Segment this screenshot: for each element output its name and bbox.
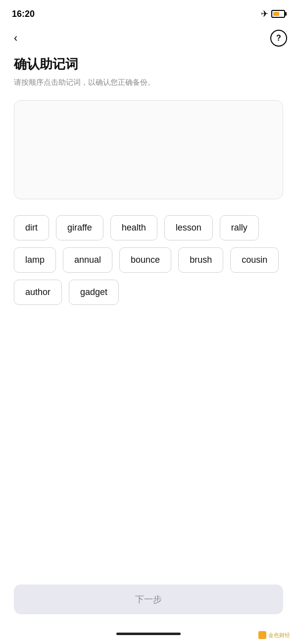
next-button-container: 下一步 bbox=[14, 585, 283, 614]
page-title: 确认助记词 bbox=[14, 56, 283, 73]
help-button[interactable]: ? bbox=[270, 30, 287, 47]
word-chip-giraffe[interactable]: giraffe bbox=[56, 215, 103, 240]
word-chip-author[interactable]: author bbox=[14, 280, 62, 305]
word-chip-annual[interactable]: annual bbox=[63, 247, 112, 273]
watermark-icon bbox=[258, 631, 266, 639]
word-chip-gadget[interactable]: gadget bbox=[69, 280, 119, 305]
watermark-text: 金色财经 bbox=[268, 632, 290, 639]
words-section: dirtgiraffehealthlessonrallylampannualbo… bbox=[0, 215, 297, 305]
word-chip-cousin[interactable]: cousin bbox=[230, 247, 279, 273]
battery-icon bbox=[271, 10, 285, 18]
word-chip-lesson[interactable]: lesson bbox=[164, 215, 213, 240]
page-subtitle: 请按顺序点击助记词，以确认您正确备份。 bbox=[14, 77, 283, 88]
answer-box bbox=[14, 100, 283, 199]
page-content: 确认助记词 请按顺序点击助记词，以确认您正确备份。 bbox=[0, 51, 297, 199]
word-chip-lamp[interactable]: lamp bbox=[14, 247, 56, 273]
next-button[interactable]: 下一步 bbox=[14, 585, 283, 614]
top-nav: ‹ ? bbox=[0, 26, 297, 51]
word-chip-rally[interactable]: rally bbox=[220, 215, 259, 240]
battery-fill bbox=[273, 12, 279, 16]
home-indicator bbox=[116, 633, 181, 635]
word-chip-health[interactable]: health bbox=[110, 215, 157, 240]
status-bar: 16:20 ✈ bbox=[0, 0, 297, 26]
airplane-icon: ✈ bbox=[261, 8, 268, 19]
word-chip-bounce[interactable]: bounce bbox=[119, 247, 171, 273]
status-icons: ✈ bbox=[261, 8, 285, 19]
watermark: 金色财经 bbox=[258, 631, 290, 639]
word-chip-brush[interactable]: brush bbox=[178, 247, 223, 273]
word-chip-dirt[interactable]: dirt bbox=[14, 215, 49, 240]
back-button[interactable]: ‹ bbox=[10, 30, 21, 47]
status-time: 16:20 bbox=[12, 9, 35, 19]
